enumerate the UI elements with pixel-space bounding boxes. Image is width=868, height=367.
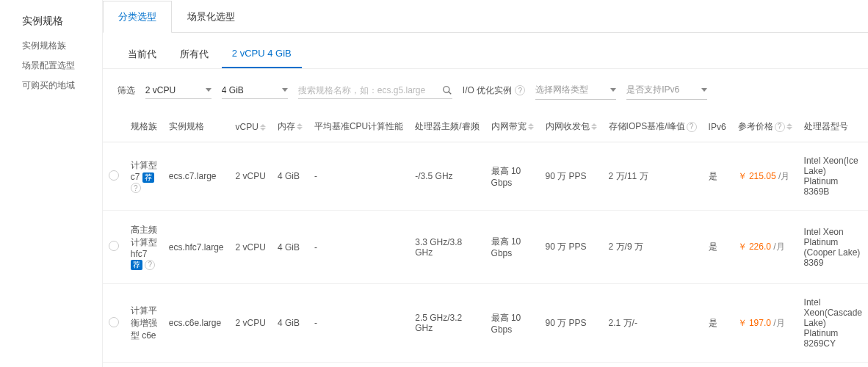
cell-ipv6: 是 bbox=[703, 142, 732, 211]
cell-pps: 90 万 PPS bbox=[540, 142, 603, 211]
filter-ipv6[interactable]: 是否支持IPv6 bbox=[626, 81, 707, 100]
filter-ipv6-value: 是否支持IPv6 bbox=[626, 84, 679, 96]
cell-pps: 90 万 PPS bbox=[540, 211, 603, 284]
instance-table: 规格族 实例规格 vCPU 内存 平均基准CPU计算性能 处理器主频/睿频 内网… bbox=[103, 112, 868, 367]
search-icon bbox=[442, 85, 452, 95]
cell-avgcpu: - bbox=[308, 284, 409, 363]
io-optimized-label: I/O 优化实例 ? bbox=[463, 84, 525, 97]
cell-avgcpu: - bbox=[308, 363, 409, 368]
cell-cpu: Intel Xeon(Cascade Lake) Platinum 8269CY bbox=[798, 284, 868, 363]
cell-avgcpu: - bbox=[308, 142, 409, 211]
subtab-2vcpu4gib[interactable]: 2 vCPU 4 GiB bbox=[222, 43, 302, 68]
cell-clock: 2.5 GHz/3.2 GHz bbox=[409, 363, 485, 368]
cell-vcpu: 2 vCPU bbox=[230, 211, 272, 284]
col-iops: 存储IOPS基准/峰值? bbox=[603, 112, 703, 142]
cell-mem: 4 GiB bbox=[272, 142, 308, 211]
cell-bw: 最高 10 Gbps bbox=[485, 142, 540, 211]
cell-spec: ecs.hfc7.large bbox=[163, 211, 230, 284]
caret-down-icon bbox=[282, 88, 288, 92]
sidebar-item-region[interactable]: 可购买的地域 bbox=[22, 79, 102, 92]
sidebar-item-scene[interactable]: 场景配置选型 bbox=[22, 59, 102, 72]
main-panel: 分类选型 场景化选型 当前代 所有代 2 vCPU 4 GiB 筛选 2 vCP… bbox=[102, 0, 868, 367]
help-icon[interactable]: ? bbox=[687, 122, 697, 132]
help-icon[interactable]: ? bbox=[131, 183, 141, 193]
cell-avgcpu: - bbox=[308, 211, 409, 284]
svg-line-1 bbox=[449, 91, 452, 94]
cell-iops: 1.05 万/- bbox=[603, 363, 703, 368]
filter-memory[interactable]: 4 GiB bbox=[222, 82, 288, 99]
cell-family: 计算平衡增强型 c6e bbox=[125, 284, 163, 363]
tab-category[interactable]: 分类选型 bbox=[103, 1, 172, 33]
caret-down-icon bbox=[206, 88, 211, 92]
sort-icon bbox=[260, 124, 266, 131]
cell-vcpu: 2 vCPU bbox=[230, 284, 272, 363]
svg-point-0 bbox=[444, 86, 449, 92]
cell-ipv6: 是 bbox=[703, 284, 732, 363]
row-radio[interactable] bbox=[109, 241, 119, 251]
filter-vcpu[interactable]: 2 vCPU bbox=[145, 82, 211, 99]
recommend-badge: 荐 bbox=[131, 260, 142, 270]
sort-icon bbox=[786, 123, 792, 130]
sidebar-item-family[interactable]: 实例规格族 bbox=[22, 40, 102, 52]
cell-mem: 4 GiB bbox=[272, 363, 308, 368]
search-field[interactable] bbox=[298, 82, 452, 99]
cell-price: ￥ 197.0 /月 bbox=[732, 284, 798, 363]
cell-pps: 30 万 PPS bbox=[540, 363, 603, 368]
col-mem[interactable]: 内存 bbox=[272, 112, 308, 142]
col-price[interactable]: 参考价格? bbox=[732, 112, 798, 142]
cell-bw: 最高 3 Gbps bbox=[485, 363, 540, 368]
subtab-current[interactable]: 当前代 bbox=[117, 43, 167, 68]
cell-iops: 2 万/9 万 bbox=[603, 211, 703, 284]
cell-bw: 最高 10 Gbps bbox=[485, 211, 540, 284]
row-radio[interactable] bbox=[109, 317, 119, 327]
cell-clock: 3.3 GHz/3.8 GHz bbox=[409, 211, 485, 284]
filter-label: 筛选 bbox=[117, 84, 135, 97]
cell-price: ￥ 187.0 /月 bbox=[732, 363, 798, 368]
cell-mem: 4 GiB bbox=[272, 211, 308, 284]
table-row[interactable]: 计算型 c7 荐 ? ecs.c7.large 2 vCPU 4 GiB - -… bbox=[103, 142, 868, 211]
search-input[interactable] bbox=[298, 85, 442, 95]
cell-family: 高主频计算型 hfc7 荐 ? bbox=[125, 211, 163, 284]
help-icon[interactable]: ? bbox=[145, 260, 155, 270]
cell-iops: 2.1 万/- bbox=[603, 284, 703, 363]
cell-ipv6: 是 bbox=[703, 211, 732, 284]
cell-ipv6: 是 bbox=[703, 363, 732, 368]
cell-clock: -/3.5 GHz bbox=[409, 142, 485, 211]
sort-icon bbox=[591, 123, 597, 130]
sidebar: 实例规格 实例规格族 场景配置选型 可购买的地域 bbox=[0, 0, 102, 367]
cell-spec: ecs.c7.large bbox=[163, 142, 230, 211]
cell-price: ￥ 215.05 /月 bbox=[732, 142, 798, 211]
col-vcpu[interactable]: vCPU bbox=[230, 112, 272, 142]
tab-scenario[interactable]: 场景化选型 bbox=[172, 1, 250, 33]
caret-down-icon bbox=[610, 88, 616, 92]
table-row[interactable]: 计算型 c6 ecs.c6.large 2 vCPU 4 GiB - 2.5 G… bbox=[103, 363, 868, 368]
caret-down-icon bbox=[701, 88, 707, 92]
sidebar-title: 实例规格 bbox=[22, 15, 102, 28]
cell-iops: 2 万/11 万 bbox=[603, 142, 703, 211]
table-row[interactable]: 高主频计算型 hfc7 荐 ? ecs.hfc7.large 2 vCPU 4 … bbox=[103, 211, 868, 284]
recommend-badge: 荐 bbox=[142, 172, 154, 183]
cell-vcpu: 2 vCPU bbox=[230, 363, 272, 368]
cell-family: 计算型 c7 荐 ? bbox=[125, 142, 163, 211]
table-row[interactable]: 计算平衡增强型 c6e ecs.c6e.large 2 vCPU 4 GiB -… bbox=[103, 284, 868, 363]
col-bw[interactable]: 内网带宽 bbox=[485, 112, 540, 142]
help-icon[interactable]: ? bbox=[515, 85, 525, 95]
cell-cpu: Intel Xeon(Ice Lake) Platinum 8369B bbox=[798, 142, 868, 211]
col-avgcpu: 平均基准CPU计算性能 bbox=[308, 112, 409, 142]
subtab-all[interactable]: 所有代 bbox=[170, 43, 219, 68]
filter-bar: 筛选 2 vCPU 4 GiB I/O 优化实例 ? 选择网络类型 bbox=[103, 69, 868, 112]
cell-pps: 90 万 PPS bbox=[540, 284, 603, 363]
col-pps[interactable]: 内网收发包 bbox=[540, 112, 603, 142]
row-radio[interactable] bbox=[109, 170, 119, 181]
cell-family: 计算型 c6 bbox=[125, 363, 163, 368]
col-cpu: 处理器型号 bbox=[798, 112, 868, 142]
filter-network-type[interactable]: 选择网络类型 bbox=[535, 81, 616, 100]
cell-bw: 最高 10 Gbps bbox=[485, 284, 540, 363]
cell-clock: 2.5 GHz/3.2 GHz bbox=[409, 284, 485, 363]
help-icon[interactable]: ? bbox=[775, 122, 785, 132]
type-tabs: 分类选型 场景化选型 bbox=[103, 0, 868, 33]
cell-cpu: Intel Xeon(Cascade Lake) Platinum 8269CY bbox=[798, 363, 868, 368]
sort-icon bbox=[528, 123, 534, 130]
cell-mem: 4 GiB bbox=[272, 284, 308, 363]
col-clock: 处理器主频/睿频 bbox=[409, 112, 485, 142]
